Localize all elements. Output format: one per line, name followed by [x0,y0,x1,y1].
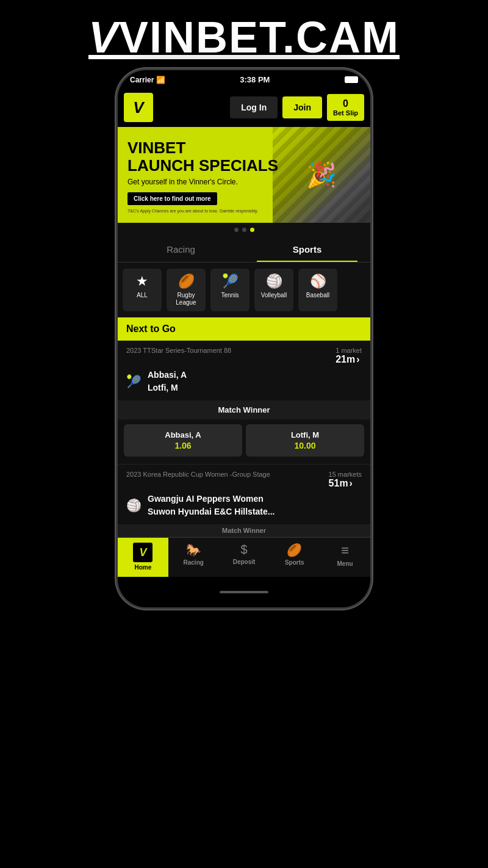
phone-bottom [118,577,370,607]
match-time-info-2: 15 markets 51m › [329,471,362,489]
promo-banner[interactable]: VINBETLAUNCH SPECIALS Get yourself in th… [118,127,370,223]
match-info-row-1: 2023 TTStar Series-Tournament 88 1 marke… [118,341,370,367]
sports-filter: ★ ALL 🏉 RugbyLeague 🎾 Tennis 🏐 Volleybal… [118,262,370,317]
betslip-button[interactable]: 0 Bet Slip [327,94,364,121]
match-markets-1: 1 market [336,347,362,354]
banner-disclaimer: T&C's Apply Chances are you are about to… [127,209,361,213]
sport-label-all: ALL [137,292,148,299]
dot-2[interactable] [242,228,246,232]
match-sport-icon-2: 🏐 [126,498,142,513]
tab-sports[interactable]: Sports [244,237,370,262]
market-header-2: Match Winner [118,524,370,537]
carrier-label: Carrier 📶 [130,76,165,84]
nav-label-racing: Racing [184,559,204,566]
chevron-right-icon-2: › [350,478,353,489]
odds-label-1: Abbasi, A [129,430,237,439]
page-wrapper: VVINBET.CAM Carrier 📶 3:38 PM V Log In J… [0,0,488,868]
dollar-icon: $ [240,543,247,557]
match-card-2: 2023 Korea Republic Cup Women -Group Sta… [118,465,370,537]
dot-3[interactable] [250,228,254,232]
match-tournament-1: 2023 TTStar Series-Tournament 88 [126,347,231,354]
sport-btn-baseball[interactable]: ⚾ Baseball [298,269,337,311]
home-indicator [220,591,268,593]
banner-title: VINBETLAUNCH SPECIALS [127,139,361,174]
sport-label-rugby: RugbyLeague [176,292,196,306]
odds-btn-team2[interactable]: Lotfi, M 10.00 [246,424,364,457]
battery-icon [345,76,358,83]
banner-cta[interactable]: Click here to find out more [127,192,217,205]
battery-area [345,76,358,83]
nav-label-sports: Sports [285,559,304,566]
rugby-icon: 🏉 [178,273,195,289]
next-to-go-header: Next to Go [118,317,370,341]
sports-nav-icon: 🏉 [287,543,302,557]
odds-btn-team1[interactable]: Abbasi, A 1.06 [124,424,242,457]
sport-label-tennis: Tennis [221,292,239,299]
bottom-nav: V Home 🐎 Racing $ Deposit 🏉 Sports [118,537,370,577]
status-bar: Carrier 📶 3:38 PM [118,70,370,88]
join-button[interactable]: Join [282,96,322,118]
match-teams-1: Abbasi, A Lotfi, M [148,369,187,394]
main-tabs: Racing Sports [118,237,370,262]
match-info-row-2: 2023 Korea Republic Cup Women -Group Sta… [118,465,370,491]
banner-subtitle: Get yourself in the Vinner's Circle. [127,178,361,186]
star-icon: ★ [136,273,148,289]
match-teams-2: Gwangju AI Peppers Women Suwon Hyundai E… [148,493,274,518]
chevron-right-icon-1: › [356,354,359,365]
match-time-1: 21m › [336,354,362,365]
nav-label-home: Home [135,564,152,571]
nav-item-deposit[interactable]: $ Deposit [219,538,270,577]
dot-1[interactable] [234,228,239,232]
odds-value-2: 10.00 [251,441,359,450]
nav-label-deposit: Deposit [233,559,256,565]
sport-label-baseball: Baseball [306,292,329,299]
app-header: V Log In Join 0 Bet Slip [118,88,370,127]
site-title: VVINBET.CAM [0,0,488,68]
match-markets-2: 15 markets [329,471,362,478]
nav-home-v-icon: V [139,546,146,559]
nav-item-racing[interactable]: 🐎 Racing [168,538,219,577]
match-teams-row-2: 🏐 Gwangju AI Peppers Women Suwon Hyundai… [118,491,370,524]
betslip-label: Bet Slip [333,109,358,117]
market-header-1: Match Winner [118,400,370,419]
match-tournament-2: 2023 Korea Republic Cup Women -Group Sta… [126,471,270,478]
odds-value-1: 1.06 [129,441,237,450]
tennis-icon: 🎾 [222,273,239,289]
sport-label-volleyball: Volleyball [261,292,287,299]
phone-frame: Carrier 📶 3:38 PM V Log In Join 0 Bet Sl… [116,68,372,609]
baseball-icon: ⚾ [310,273,326,289]
banner-content: VINBETLAUNCH SPECIALS Get yourself in th… [127,139,361,213]
nav-home-logo: V [133,543,152,562]
nav-item-home[interactable]: V Home [118,538,168,577]
betslip-count: 0 [333,98,358,109]
sport-btn-volleyball[interactable]: 🏐 Volleyball [254,269,293,311]
horse-icon: 🐎 [186,543,201,557]
nav-label-menu: Menu [337,560,353,567]
nav-item-menu[interactable]: ≡ Menu [320,538,370,577]
logo-v-icon: V [133,98,143,117]
sport-btn-rugby-league[interactable]: 🏉 RugbyLeague [167,269,206,311]
match-teams-row-1: 🎾 Abbasi, A Lotfi, M [118,367,370,400]
carousel-dots [118,223,370,237]
time-display: 3:38 PM [240,75,270,84]
odds-row-1: Abbasi, A 1.06 Lotfi, M 10.00 [118,419,370,464]
nav-item-sports[interactable]: 🏉 Sports [269,538,320,577]
odds-label-2: Lotfi, M [251,430,359,439]
match-time-2: 51m › [329,478,362,489]
sport-btn-all[interactable]: ★ ALL [123,269,162,311]
logo-box[interactable]: V [124,93,153,122]
menu-icon: ≡ [341,543,349,559]
app-content: V Log In Join 0 Bet Slip VINBETLAUNCH SP… [118,88,370,577]
match-card-1: 2023 TTStar Series-Tournament 88 1 marke… [118,341,370,465]
sport-btn-tennis[interactable]: 🎾 Tennis [210,269,249,311]
login-button[interactable]: Log In [230,96,278,118]
match-time-info-1: 1 market 21m › [336,347,362,365]
tab-racing[interactable]: Racing [118,237,244,262]
match-sport-icon-1: 🎾 [126,374,142,389]
volleyball-icon: 🏐 [266,273,282,289]
